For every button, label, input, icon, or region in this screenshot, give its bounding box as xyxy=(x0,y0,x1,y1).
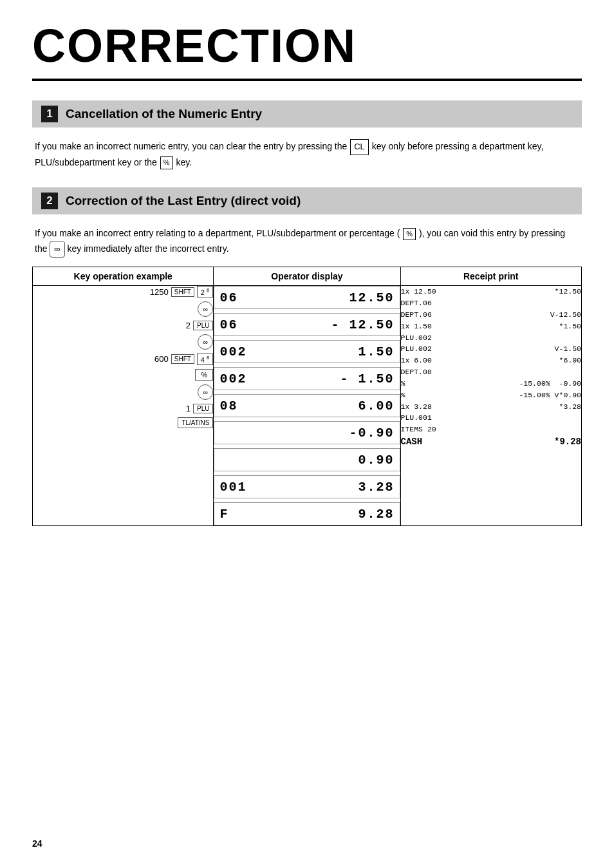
lcd-row-4: 002 - 1.50 xyxy=(214,367,400,390)
cl-key: CL xyxy=(350,139,369,155)
operation-table: Key operation example Operator display R… xyxy=(32,267,582,526)
key-2-box: 2 6 xyxy=(197,286,214,297)
section1-number: 1 xyxy=(41,106,58,122)
lcd-8-left: 001 xyxy=(219,480,307,495)
page-number: 24 xyxy=(32,838,42,849)
key-row-6: % xyxy=(195,369,213,381)
lcd-6-right: -0.90 xyxy=(307,426,395,440)
recv-l3b: V-12.50 xyxy=(550,309,581,321)
lcd-row-7: 0.90 xyxy=(214,448,400,471)
void-key-inline: ∞ xyxy=(50,241,64,258)
tl-key: TL/AT/NS xyxy=(178,417,213,428)
recv-line-8: DEPT.08 xyxy=(401,366,582,378)
section1-body: If you make an incorrect numeric entry, … xyxy=(32,139,582,169)
recv-l3a: DEPT.06 xyxy=(401,309,432,321)
key-shft-2: SHFT xyxy=(171,354,194,364)
pct-key-inline: % xyxy=(403,228,416,241)
lcd-2-left: 06 xyxy=(219,317,307,332)
table-content-row: 1250 SHFT 2 6 ∞ 2 PLU ∞ xyxy=(33,286,582,526)
receipt-inner: 1x 12.50 *12.50 DEPT.06 DEPT.06 V-12.50 … xyxy=(401,286,582,449)
recv-l9b: -15.00% -0.90 xyxy=(519,378,581,390)
receipt-col: 1x 12.50 *12.50 DEPT.06 DEPT.06 V-12.50 … xyxy=(400,286,582,526)
recv-line-12: PLU.001 xyxy=(401,412,582,424)
key-row-7: ∞ xyxy=(198,384,213,400)
section2-text3: key immediately after the incorrect entr… xyxy=(68,243,229,254)
lcd-4-left: 002 xyxy=(219,372,307,386)
key-row-1: 1250 SHFT 2 6 xyxy=(150,286,214,297)
col1-header: Key operation example xyxy=(33,267,214,286)
lcd-row-5: 08 6.00 xyxy=(214,394,400,417)
recv-line-9: % -15.00% -0.90 xyxy=(401,378,582,390)
lcd-1-right: 12.50 xyxy=(307,290,395,305)
recv-l11b: *3.28 xyxy=(559,401,581,413)
key-num-2: 2 xyxy=(186,321,191,330)
lcd-row-2: 06 - 12.50 xyxy=(214,313,400,336)
lcd-row-1: 06 12.50 xyxy=(214,286,400,309)
key-4-box: 4 8 xyxy=(197,354,214,365)
lcd-3-left: 002 xyxy=(219,344,307,359)
lcd-row-8: 001 3.28 xyxy=(214,475,400,498)
recv-l8: DEPT.08 xyxy=(401,366,432,378)
display-col-inner: 06 12.50 06 - 12.50 002 1.50 xyxy=(214,286,400,525)
recv-line-2: DEPT.06 xyxy=(401,297,582,309)
key-row-8: 1 PLU xyxy=(186,404,214,413)
recv-line-6: PLU.002 V-1.50 xyxy=(401,343,582,355)
recv-l7b: *6.00 xyxy=(559,355,581,366)
key-row-3: 2 PLU xyxy=(186,321,214,330)
void-key-2: ∞ xyxy=(198,334,213,350)
section1-text1: If you make an incorrect numeric entry, … xyxy=(35,141,349,151)
recv-line-10: % -15.00% V*0.90 xyxy=(401,390,582,401)
section2-title: Correction of the Last Entry (direct voi… xyxy=(66,194,301,208)
lcd-row-3: 002 1.50 xyxy=(214,340,400,363)
recv-l4a: 1x 1.50 xyxy=(401,321,432,332)
section1-text3: key. xyxy=(176,157,192,167)
recv-l7a: 1x 6.00 xyxy=(401,355,432,366)
section2-body: If you make an incorrect entry relating … xyxy=(32,226,582,258)
recv-l6b: V-1.50 xyxy=(555,343,581,355)
lcd-5-right: 6.00 xyxy=(307,399,395,413)
recv-l13a: ITEMS 20 xyxy=(401,424,436,435)
recv-l10a: % xyxy=(401,390,405,401)
recv-line-11: 1x 3.28 *3.28 xyxy=(401,401,582,413)
recv-line-7: 1x 6.00 *6.00 xyxy=(401,355,582,366)
section2-number: 2 xyxy=(41,193,58,209)
recv-l12: PLU.001 xyxy=(401,412,432,424)
recv-line-4: 1x 1.50 *1.50 xyxy=(401,321,582,332)
recv-l14a: CASH xyxy=(401,435,423,449)
lcd-7-right: 0.90 xyxy=(307,453,395,467)
key-num-1: 1 xyxy=(186,404,191,413)
lcd-8-right: 3.28 xyxy=(307,480,395,495)
section2-header: 2 Correction of the Last Entry (direct v… xyxy=(32,187,582,214)
lcd-3-right: 1.50 xyxy=(307,344,395,359)
recv-l9a: % xyxy=(401,378,405,390)
key-plu-1: PLU xyxy=(193,321,213,330)
recv-l4b: *1.50 xyxy=(559,321,581,332)
section2-text1: If you make an incorrect entry relating … xyxy=(35,228,400,238)
pct-key-1: % xyxy=(195,369,213,381)
recv-l1b: *12.50 xyxy=(555,286,581,297)
lcd-row-6: -0.90 xyxy=(214,421,400,444)
key-num-1250: 1250 xyxy=(150,287,169,297)
percent-key: % xyxy=(160,156,173,169)
recv-l2: DEPT.06 xyxy=(401,297,432,309)
lcd-2-right: - 12.50 xyxy=(307,317,395,332)
key-col-inner: 1250 SHFT 2 6 ∞ 2 PLU ∞ xyxy=(33,286,213,428)
page-title: CORRECTION xyxy=(32,19,582,81)
section1-title: Cancellation of the Numeric Entry xyxy=(66,107,262,121)
recv-l10b: -15.00% V*0.90 xyxy=(519,390,581,401)
void-key-3: ∞ xyxy=(198,384,213,400)
key-row-2: ∞ xyxy=(198,301,213,317)
recv-line-1: 1x 12.50 *12.50 xyxy=(401,286,582,297)
lcd-row-9: F 9.28 xyxy=(214,502,400,525)
key-plu-2: PLU xyxy=(193,404,213,413)
recv-line-13: ITEMS 20 xyxy=(401,424,582,435)
lcd-5-left: 08 xyxy=(219,399,307,413)
recv-l5: PLU.002 xyxy=(401,332,432,344)
display-col: 06 12.50 06 - 12.50 002 1.50 xyxy=(214,286,400,526)
key-col: 1250 SHFT 2 6 ∞ 2 PLU ∞ xyxy=(33,286,214,526)
lcd-4-right: - 1.50 xyxy=(307,372,395,386)
col2-header: Operator display xyxy=(214,267,400,286)
void-key-1: ∞ xyxy=(198,301,213,317)
lcd-1-left: 06 xyxy=(219,290,307,305)
recv-line-3: DEPT.06 V-12.50 xyxy=(401,309,582,321)
